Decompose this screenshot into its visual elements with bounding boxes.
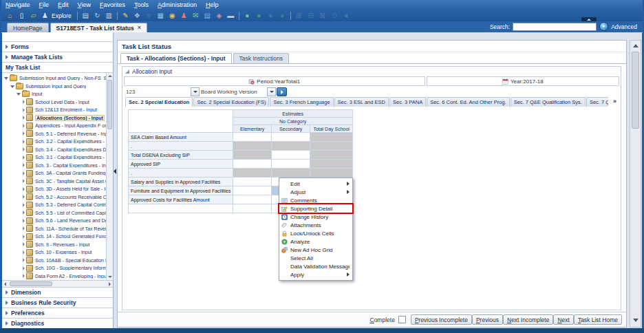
context-menu-item-comments[interactable]: Comments [279,196,352,204]
advanced-search-link[interactable]: Advanced [611,23,637,30]
tree-scroll-left-icon[interactable] [2,281,8,287]
orb-next-icon[interactable]: ● [253,10,265,21]
menu-view[interactable]: View [78,1,91,8]
sidebar-section-manage-task-lists[interactable]: Manage Task Lists [2,52,113,62]
tree-scroll-down-icon[interactable] [107,274,113,280]
section-tab-sec-3-pana[interactable]: Sec. 3 PANA [389,97,426,107]
explore-label[interactable]: Explore [52,12,72,19]
grid-cell[interactable] [272,151,310,160]
context-menu-item-adjust[interactable]: Adjust [279,188,352,196]
collapsed-arrow-icon[interactable] [23,140,25,144]
collapsed-arrow-icon[interactable] [23,219,25,223]
section-tab-sec-3-french-language[interactable]: Sec. 3 French Language [270,97,333,107]
grid-cell[interactable] [272,133,310,142]
dropdown-arrow-icon[interactable] [191,87,200,96]
grid-cell[interactable] [310,142,353,151]
search-input[interactable] [513,23,597,31]
section-tab-sec-6-cont-ed-and-other-prog[interactable]: Sec. 6 Cont. Ed. And Other Prog. [427,97,509,107]
complete-checkbox[interactable] [398,316,406,323]
grid-cell[interactable] [233,178,272,186]
grid-cell[interactable] [233,160,272,169]
collapsed-arrow-icon[interactable] [23,147,25,151]
collapsed-arrow-icon[interactable] [23,171,25,175]
footer-button-previous[interactable]: Previous [472,314,503,325]
tree-item-sch-3-capital-expenditures-inpu[interactable]: Sch. 3 - Capital Expenditures - Inpu [2,162,107,170]
user-icon[interactable]: ♟ [178,10,190,21]
edit-pencil-icon[interactable]: ✎ [120,10,131,21]
collapsed-arrow-icon[interactable] [23,116,25,120]
context-menu-item-lock-unlock-cells[interactable]: Lock/Unlock Cells [279,229,352,237]
context-menu-item-change-history[interactable]: Change History [279,213,352,221]
expanded-arrow-icon[interactable] [17,93,21,96]
context-menu-item-supporting-detail[interactable]: Supporting Detail [279,204,352,213]
collapsed-arrow-icon[interactable] [23,211,25,215]
collapsed-arrow-icon[interactable] [23,124,25,128]
collapse-handle[interactable] [581,17,597,21]
tree-item-sch-14-school-generated-funds[interactable]: Sch. 14 - School Generated Funds - [2,233,107,241]
tree-item-sch-3d-assets-held-for-sale-inp[interactable]: Sch. 3D - Assets Held for Sale - Inp [2,185,107,193]
grid-cell[interactable] [272,160,310,169]
collapsed-arrow-icon[interactable] [23,258,25,262]
sidebar-section-forms[interactable]: Forms [2,41,113,52]
go-button[interactable] [277,87,287,96]
tree-hscroll-thumb[interactable] [10,281,52,286]
sidebar-section-diagnostics[interactable]: Diagnostics [2,318,113,328]
grid-cell[interactable] [233,151,272,160]
tab-task-allocations-sections-input[interactable]: Task - Allocations (Sections) - Input [120,53,232,63]
menu-favorites[interactable]: Favorites [100,1,125,8]
tree-item-sch-3a-capital-grants-funding[interactable]: Sch. 3A - Capital Grants Funding - [2,169,107,178]
pov-year-cell[interactable]: Year:2017-18 [427,76,619,86]
tree-item-sch-10-expenses-input[interactable]: Sch. 10 - Expenses - Input [2,248,107,257]
footer-button-next-incomplete[interactable]: Next Incomplete [503,314,553,325]
grid-cell[interactable] [233,204,272,213]
approvals-icon[interactable]: ✉ [190,10,202,21]
context-menu-item-edit[interactable]: Edit [279,180,352,188]
collapsed-arrow-icon[interactable] [23,274,25,278]
tree-item-submission-input-and-query[interactable]: Submission Input and Query [2,83,107,91]
grid-cell[interactable] [233,195,272,204]
tabs-overflow-chevron[interactable]: » [613,98,616,105]
tree-scroll-thumb[interactable] [107,80,112,129]
collapsed-arrow-icon[interactable] [23,131,25,136]
grid-cell[interactable] [310,151,353,160]
tree-item-sch-5-2-accounts-receivable-con[interactable]: Sch. 5.2 - Accounts Receivable Con [2,193,107,202]
tree-item-sch-3-2-capital-expenditures-ca[interactable]: Sch. 3.2 - Capital Expenditures - Ca [2,138,107,146]
tree-scroll-right-icon[interactable] [107,281,113,287]
grid-cell[interactable] [272,142,310,151]
grid-spread-icon[interactable]: ▦ [155,10,167,21]
tree-item-sch-3c-tangible-capital-asset-co[interactable]: Sch. 3C - Tangible Capital Asset Co [2,178,107,186]
orb-go-icon[interactable]: ● [277,10,288,21]
tree-item-sch-3-4-capital-expenditures-det[interactable]: Sch. 3.4 - Capital Expenditures Det [2,146,107,154]
sidebar-section-my-task-list[interactable]: My Task List [2,62,113,73]
collapsed-arrow-icon[interactable] [23,203,25,207]
new-document-icon[interactable]: ▯ [16,10,28,21]
launch-rules-icon[interactable]: ❖ [131,10,143,21]
tree-item-sch-5-6-land-revenues-and-defe[interactable]: Sch. 5.6 - Land Revenues and Defe [2,217,107,225]
menu-file[interactable]: File [39,1,50,8]
monitor-icon[interactable]: ▬ [225,10,237,21]
tree-item-sch-5-3-deferred-capital-contribu[interactable]: Sch. 5.3 - Deferred Capital Contribu [2,201,107,209]
section-tab-sec-2-special-education[interactable]: Sec. 2 Special Education [125,97,193,107]
grid-cell[interactable] [310,160,353,169]
menu-administration[interactable]: Administration [158,1,197,8]
collapsed-arrow-icon[interactable] [23,163,25,167]
scroll-up-icon[interactable] [630,41,641,50]
collapsed-arrow-icon[interactable] [23,187,25,191]
home-icon[interactable]: ⌂ [4,10,16,21]
grid-cell[interactable] [233,142,272,151]
tree-item-sch-5-5-list-of-committed-capital[interactable]: Sch. 5.5 - List of Committed Capital [2,209,107,217]
context-menu-item-attachments[interactable]: Attachments [279,221,352,229]
menu-navigate[interactable]: Navigate [6,1,30,8]
tab-task-instructions[interactable]: Task Instructions [233,53,289,63]
collapsed-arrow-icon[interactable] [23,195,25,199]
collapsed-arrow-icon[interactable] [23,266,25,270]
collapsed-arrow-icon[interactable] [23,179,25,183]
context-menu-item-data-validation-messages[interactable]: Data Validation Messages [279,262,352,270]
tree-horizontal-scrollbar[interactable] [2,280,113,287]
tree-item-sch-12-13-enrolment-input[interactable]: Sch 12&13 Enrolment - Input [2,106,107,114]
copy-version-icon[interactable]: ▤ [202,10,213,21]
tree-item-appendices-input-appendix-f-only[interactable]: Appendices - Input Appendix F only [2,122,107,130]
tree-item-sch-9-revenues-input[interactable]: Sch. 9 - Revenues - Input [2,241,107,249]
collapsed-arrow-icon[interactable] [23,155,25,160]
collapsed-arrow-icon[interactable] [23,108,25,112]
